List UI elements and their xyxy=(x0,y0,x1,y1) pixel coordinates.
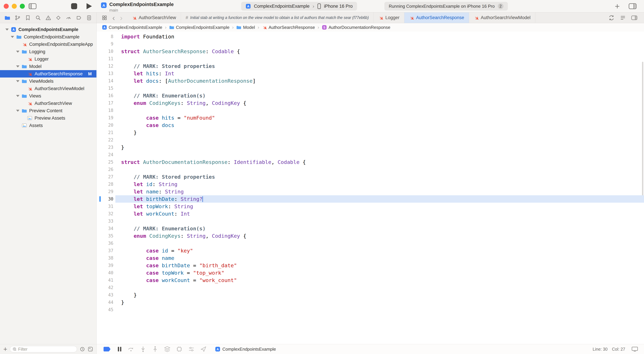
file-tree-item-assets[interactable]: Assets xyxy=(0,122,96,129)
code-line-16[interactable]: 16 // MARK: Enumeration(s) xyxy=(96,92,644,99)
code-line-30[interactable]: 30 let birthDate: String? xyxy=(96,195,644,203)
breakpoints-navigator-icon[interactable] xyxy=(75,14,82,22)
disclosure-area[interactable] xyxy=(10,36,16,38)
tests-navigator-icon[interactable] xyxy=(55,14,62,22)
scheme-selector[interactable]: A ComplexEndpointsExample › iPhone 16 Pr… xyxy=(241,2,357,11)
file-tree-item-preview-content[interactable]: Preview Content xyxy=(0,107,96,114)
code-review-icon[interactable] xyxy=(608,15,614,21)
code-line-13[interactable]: 13 let hits: Int xyxy=(96,70,644,77)
file-tree-item-authorsearchviewmodel[interactable]: AuthorSearchViewModel xyxy=(0,85,96,92)
minimize-window-button[interactable] xyxy=(12,4,17,9)
recent-files-icon[interactable] xyxy=(80,346,85,352)
code-line-11[interactable]: 11 xyxy=(96,55,644,62)
file-tree-item-preview-assets[interactable]: Preview Assets xyxy=(0,114,96,122)
disclosure-area[interactable] xyxy=(4,29,10,31)
file-tree-item-authorsearchview[interactable]: AuthorSearchView xyxy=(0,100,96,107)
disclosure-area[interactable] xyxy=(15,51,21,53)
breadcrumb-complexendpointsexample[interactable]: ComplexEndpointsExample xyxy=(169,25,230,30)
step-out-icon[interactable] xyxy=(152,346,158,352)
navigator-toggle-button[interactable] xyxy=(28,3,36,10)
code-line-41[interactable]: 41 case workCount = "work_count" xyxy=(96,276,644,284)
activity-view[interactable]: Running ComplexEndpointsExample on iPhon… xyxy=(384,2,508,11)
disclosure-area[interactable] xyxy=(15,66,21,68)
step-into-icon[interactable] xyxy=(140,346,146,352)
code-line-26[interactable]: 26 xyxy=(96,166,644,173)
add-file-button[interactable]: + xyxy=(3,346,7,352)
reports-navigator-icon[interactable] xyxy=(85,14,93,22)
file-tree-item-complexendpointsexample[interactable]: AComplexEndpointsExample xyxy=(0,26,96,33)
go-forward-button[interactable]: › xyxy=(120,13,122,23)
related-items-icon[interactable] xyxy=(102,15,107,21)
code-line-42[interactable]: 42 xyxy=(96,284,644,291)
code-line-44[interactable]: 44} xyxy=(96,299,644,306)
editor-tab-initial-stab-at-writing-a-function-on-th[interactable]: #Initial stab at writing a function on t… xyxy=(181,13,374,23)
disclosure-triangle-icon[interactable] xyxy=(16,51,20,53)
source-control-status-filter-icon[interactable] xyxy=(88,346,93,352)
go-back-button[interactable]: ‹ xyxy=(112,13,115,23)
project-navigator-icon[interactable] xyxy=(4,14,11,22)
editor-options-icon[interactable] xyxy=(620,15,626,21)
code-line-36[interactable]: 36 xyxy=(96,240,644,247)
code-line-17[interactable]: 17 enum CodingKeys: String, CodingKey { xyxy=(96,99,644,107)
zoom-window-button[interactable] xyxy=(20,4,25,9)
code-line-10[interactable]: 10struct AuthorSearchResponse: Codable { xyxy=(96,48,644,55)
simulate-location-icon[interactable] xyxy=(200,346,206,352)
file-tree-item-model[interactable]: Model xyxy=(0,63,96,70)
breadcrumb-model[interactable]: Model xyxy=(236,25,255,30)
disclosure-triangle-icon[interactable] xyxy=(5,29,9,31)
filter-input[interactable] xyxy=(18,347,74,352)
code-line-23[interactable]: 23} xyxy=(96,144,644,151)
code-line-28[interactable]: 28 let id: String xyxy=(96,181,644,188)
code-line-27[interactable]: 27 // MARK: Stored properties xyxy=(96,173,644,181)
disclosure-area[interactable] xyxy=(15,95,21,97)
editor-tab-authorsearchviewmodel[interactable]: AuthorSearchViewModel xyxy=(469,13,536,23)
code-line-37[interactable]: 37 case id = "key" xyxy=(96,247,644,254)
file-tree-item-authorsearchresponse[interactable]: AuthorSearchResponseM xyxy=(0,70,96,78)
code-line-9[interactable]: 9 xyxy=(96,40,644,48)
issues-navigator-icon[interactable] xyxy=(44,14,52,22)
device-monitor-icon[interactable] xyxy=(632,346,638,352)
scheme-name[interactable]: ComplexEndpointsExample xyxy=(254,4,310,9)
file-tree-item-complexendpointsexample[interactable]: ComplexEndpointsExample xyxy=(0,33,96,41)
code-line-40[interactable]: 40 case topWork = "top_work" xyxy=(96,269,644,276)
run-destination[interactable]: iPhone 16 Pro xyxy=(324,4,353,9)
file-tree-item-viewmodels[interactable]: ViewModels xyxy=(0,78,96,85)
code-line-12[interactable]: 12 // MARK: Stored properties xyxy=(96,62,644,70)
disclosure-area[interactable] xyxy=(15,110,21,112)
code-line-8[interactable]: 8import Foundation xyxy=(96,33,644,40)
disclosure-triangle-icon[interactable] xyxy=(16,95,20,97)
editor-tab-authorsearchview[interactable]: AuthorSearchView xyxy=(127,13,181,23)
source-control-navigator-icon[interactable] xyxy=(14,14,21,22)
code-line-14[interactable]: 14 let docs: [AuthorDocumentationRespons… xyxy=(96,77,644,85)
code-line-18[interactable]: 18 xyxy=(96,107,644,114)
code-line-19[interactable]: 19 case hits = "numFound" xyxy=(96,114,644,122)
step-over-icon[interactable] xyxy=(128,346,134,352)
running-app-indicator[interactable]: A ComplexEndpointsExample xyxy=(215,346,276,352)
code-line-20[interactable]: 20 case docs xyxy=(96,122,644,129)
breadcrumb-authordocumentationresponse[interactable]: SAuthorDocumentationResponse xyxy=(322,25,390,30)
editor-tab-logger[interactable]: Logger xyxy=(374,13,404,23)
code-line-35[interactable]: 35 enum CodingKeys: String, CodingKey { xyxy=(96,232,644,240)
file-tree-item-complexendpointsexampleapp[interactable]: ComplexEndpointsExampleApp xyxy=(0,41,96,48)
file-tree-item-views[interactable]: Views xyxy=(0,92,96,100)
editor-tab-authorsearchresponse[interactable]: AuthorSearchResponse xyxy=(404,13,469,23)
add-editor-icon[interactable] xyxy=(631,15,637,21)
bookmarks-navigator-icon[interactable] xyxy=(24,14,32,22)
run-button[interactable] xyxy=(86,3,92,9)
environment-overrides-icon[interactable] xyxy=(188,346,194,352)
code-line-15[interactable]: 15 xyxy=(96,85,644,92)
issue-count-badge[interactable]: 2 xyxy=(498,3,504,9)
find-navigator-icon[interactable] xyxy=(34,14,42,22)
code-line-31[interactable]: 31 let topWork: String xyxy=(96,203,644,210)
code-line-21[interactable]: 21 } xyxy=(96,129,644,136)
stop-button[interactable] xyxy=(71,3,77,9)
code-line-34[interactable]: 34 // MARK: Enumeration(s) xyxy=(96,225,644,232)
breadcrumb-complexendpointsexample[interactable]: AComplexEndpointsExample xyxy=(102,25,162,30)
code-line-38[interactable]: 38 case name xyxy=(96,254,644,262)
disclosure-triangle-icon[interactable] xyxy=(16,110,20,112)
code-line-25[interactable]: 25struct AuthorDocumentationResponse: Id… xyxy=(96,158,644,166)
close-window-button[interactable] xyxy=(4,4,9,9)
debug-view-hierarchy-icon[interactable] xyxy=(164,346,170,352)
code-line-22[interactable]: 22 xyxy=(96,136,644,144)
code-line-33[interactable]: 33 xyxy=(96,217,644,225)
